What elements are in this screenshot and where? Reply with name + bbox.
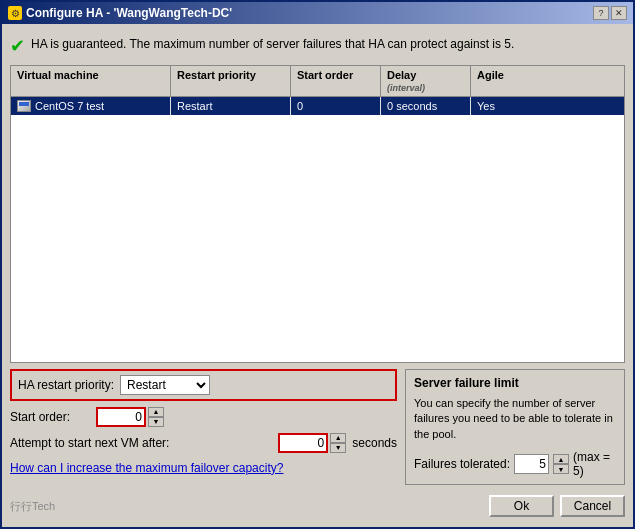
cell-priority: Restart xyxy=(171,97,291,115)
window-content: ✔ HA is guaranteed. The maximum number o… xyxy=(2,24,633,527)
failures-input[interactable]: 5 xyxy=(514,454,549,474)
server-failure-box: Server failure limit You can specify the… xyxy=(405,369,625,485)
close-button[interactable]: ✕ xyxy=(611,6,627,20)
next-vm-spinner: 0 ▲ ▼ xyxy=(278,433,346,453)
title-bar-buttons: ? ✕ xyxy=(593,6,627,20)
next-vm-unit: seconds xyxy=(352,436,397,450)
start-order-input[interactable]: 0 xyxy=(96,407,146,427)
col-vm: Virtual machine xyxy=(11,66,171,96)
priority-group: HA restart priority: Restart Always On D… xyxy=(10,369,397,401)
col-order: Start order xyxy=(291,66,381,96)
col-priority: Restart priority xyxy=(171,66,291,96)
next-vm-down[interactable]: ▼ xyxy=(330,443,346,453)
start-order-row: Start order: 0 ▲ ▼ xyxy=(10,407,397,427)
start-order-down[interactable]: ▼ xyxy=(148,417,164,427)
window-icon: ⚙ xyxy=(8,6,22,20)
col-agile: Agile xyxy=(471,66,551,96)
next-vm-input[interactable]: 0 xyxy=(278,433,328,453)
col-delay: Delay (interval) xyxy=(381,66,471,96)
priority-select[interactable]: Restart Always On Do not restart xyxy=(120,375,210,395)
priority-label: HA restart priority: xyxy=(18,378,114,392)
failures-spinner-buttons: ▲ ▼ xyxy=(553,454,569,474)
status-message: HA is guaranteed. The maximum number of … xyxy=(31,36,514,53)
vm-table: Virtual machine Restart priority Start o… xyxy=(10,65,625,363)
title-bar-left: ⚙ Configure HA - 'WangWangTech-DC' xyxy=(8,6,232,20)
server-failure-desc: You can specify the number of server fai… xyxy=(414,396,616,442)
failures-max: (max = 5) xyxy=(573,450,616,478)
table-row[interactable]: CentOS 7 test Restart 0 0 seconds Yes xyxy=(11,97,624,115)
cell-delay: 0 seconds xyxy=(381,97,471,115)
failures-down[interactable]: ▼ xyxy=(553,464,569,474)
start-order-up[interactable]: ▲ xyxy=(148,407,164,417)
cell-order: 0 xyxy=(291,97,381,115)
server-failure-title: Server failure limit xyxy=(414,376,616,390)
start-order-buttons: ▲ ▼ xyxy=(148,407,164,427)
vm-icon xyxy=(17,100,31,112)
status-bar: ✔ HA is guaranteed. The maximum number o… xyxy=(10,32,625,59)
window-title: Configure HA - 'WangWangTech-DC' xyxy=(26,6,232,20)
table-body: CentOS 7 test Restart 0 0 seconds Yes xyxy=(11,97,624,362)
start-order-spinner: 0 ▲ ▼ xyxy=(96,407,164,427)
watermark: 行行Tech xyxy=(10,499,55,514)
failures-row: Failures tolerated: 5 ▲ ▼ (max = 5) xyxy=(414,450,616,478)
next-vm-label: Attempt to start next VM after: xyxy=(10,436,169,450)
failover-link[interactable]: How can I increase the maximum failover … xyxy=(10,461,283,475)
check-icon: ✔ xyxy=(10,37,25,55)
bottom-section: HA restart priority: Restart Always On D… xyxy=(10,369,625,485)
configure-ha-window: ⚙ Configure HA - 'WangWangTech-DC' ? ✕ ✔… xyxy=(0,0,635,529)
table-header: Virtual machine Restart priority Start o… xyxy=(11,66,624,97)
start-order-label: Start order: xyxy=(10,410,70,424)
cancel-button[interactable]: Cancel xyxy=(560,495,625,517)
cell-vm: CentOS 7 test xyxy=(11,97,171,115)
help-button[interactable]: ? xyxy=(593,6,609,20)
next-vm-row: Attempt to start next VM after: 0 ▲ ▼ se… xyxy=(10,433,397,453)
next-vm-up[interactable]: ▲ xyxy=(330,433,346,443)
link-row: How can I increase the maximum failover … xyxy=(10,459,397,477)
ok-button[interactable]: Ok xyxy=(489,495,554,517)
failures-label: Failures tolerated: xyxy=(414,457,510,471)
button-row: 行行Tech Ok Cancel xyxy=(10,491,625,519)
next-vm-buttons: ▲ ▼ xyxy=(330,433,346,453)
failures-up[interactable]: ▲ xyxy=(553,454,569,464)
cell-agile: Yes xyxy=(471,97,551,115)
title-bar: ⚙ Configure HA - 'WangWangTech-DC' ? ✕ xyxy=(2,2,633,24)
left-controls: HA restart priority: Restart Always On D… xyxy=(10,369,397,485)
